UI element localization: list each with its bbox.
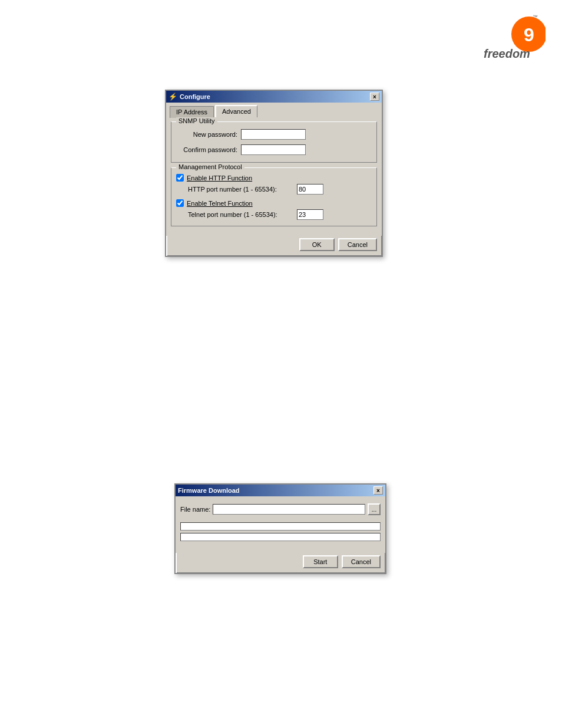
telnet-port-row: Telnet port number (1 - 65534):	[188, 209, 372, 220]
confirm-password-label: Confirm password:	[176, 146, 241, 153]
configure-close-button[interactable]: ×	[370, 93, 379, 101]
configure-dialog: ⚡ Configure × IP Address Advanced SNMP U…	[165, 90, 383, 257]
http-checkbox-row: Enable HTTP Function	[176, 174, 372, 182]
firmware-dialog: Firmware Download × File name: ... Start…	[174, 483, 386, 574]
telnet-enable-checkbox[interactable]	[176, 199, 184, 207]
firmware-buttons: Start Cancel	[176, 553, 385, 573]
http-port-input[interactable]	[297, 184, 323, 195]
file-name-input[interactable]	[213, 504, 365, 515]
svg-text:freedom: freedom	[484, 47, 530, 60]
svg-text:™: ™	[533, 14, 538, 20]
progress-bar-1	[180, 522, 381, 531]
http-enable-label: Enable HTTP Function	[187, 174, 252, 182]
http-port-label: HTTP port number (1 - 65534):	[188, 186, 297, 193]
management-protocol-group: Management Protocol Enable HTTP Function…	[171, 167, 377, 226]
configure-tab-bar: IP Address Advanced	[166, 103, 382, 117]
logo-area: 9 freedom ™	[481, 12, 546, 66]
snmp-group-title: SNMP Utility	[176, 117, 217, 124]
management-group-title: Management Protocol	[176, 163, 244, 170]
configure-title-icon: ⚡	[168, 93, 177, 101]
progress-bars	[180, 522, 381, 541]
new-password-row: New password:	[176, 129, 372, 140]
configure-buttons: OK Cancel	[166, 236, 382, 256]
firmware-cancel-button[interactable]: Cancel	[342, 555, 381, 568]
http-port-row: HTTP port number (1 - 65534):	[188, 184, 372, 195]
progress-bar-2	[180, 533, 381, 541]
new-password-input[interactable]	[241, 129, 306, 140]
file-name-label: File name:	[180, 506, 210, 513]
confirm-password-row: Confirm password:	[176, 144, 372, 155]
telnet-enable-label: Enable Telnet Function	[187, 200, 253, 207]
svg-text:9: 9	[524, 24, 534, 45]
telnet-checkbox-row: Enable Telnet Function	[176, 199, 372, 207]
start-button[interactable]: Start	[303, 555, 338, 568]
confirm-password-input[interactable]	[241, 144, 306, 155]
firmware-close-button[interactable]: ×	[373, 486, 383, 495]
tab-advanced[interactable]: Advanced	[215, 105, 257, 117]
firmware-title-text: Firmware Download	[178, 487, 240, 494]
snmp-group: SNMP Utility New password: Confirm passw…	[171, 121, 377, 163]
new-password-label: New password:	[176, 131, 241, 138]
telnet-port-input[interactable]	[297, 209, 323, 220]
firmware-titlebar: Firmware Download ×	[176, 485, 385, 496]
configure-titlebar: ⚡ Configure ×	[166, 91, 382, 103]
http-enable-checkbox[interactable]	[176, 174, 184, 182]
tab-ip-address[interactable]: IP Address	[170, 106, 214, 118]
ok-button[interactable]: OK	[299, 238, 335, 251]
telnet-port-label: Telnet port number (1 - 65534):	[188, 211, 297, 218]
firmware-content: File name: ...	[176, 496, 385, 553]
configure-title-text: Configure	[180, 93, 210, 100]
filename-row: File name: ...	[180, 503, 381, 515]
configure-content: SNMP Utility New password: Confirm passw…	[166, 117, 382, 236]
cancel-button[interactable]: Cancel	[338, 238, 377, 251]
browse-button[interactable]: ...	[368, 503, 381, 515]
